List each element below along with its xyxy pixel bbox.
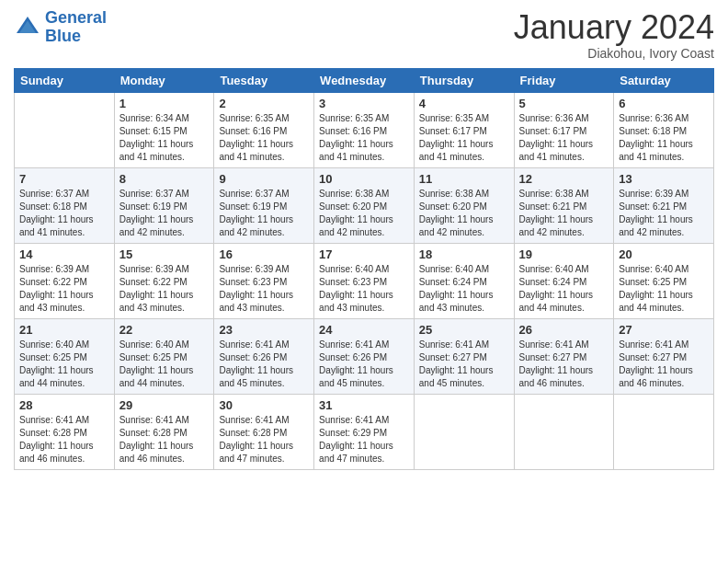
table-row: 17Sunrise: 6:40 AMSunset: 6:23 PMDayligh… <box>314 243 415 318</box>
table-row: 7Sunrise: 6:37 AMSunset: 6:18 PMDaylight… <box>15 167 115 243</box>
day-number: 23 <box>219 323 309 337</box>
col-thursday: Thursday <box>414 68 514 92</box>
table-row: 26Sunrise: 6:41 AMSunset: 6:27 PMDayligh… <box>514 318 614 394</box>
table-row: 27Sunrise: 6:41 AMSunset: 6:27 PMDayligh… <box>614 318 714 394</box>
day-number: 8 <box>119 172 210 186</box>
day-info: Sunrise: 6:35 AMSunset: 6:16 PMDaylight:… <box>219 112 309 164</box>
day-info: Sunrise: 6:39 AMSunset: 6:22 PMDaylight:… <box>119 263 210 315</box>
day-info: Sunrise: 6:41 AMSunset: 6:26 PMDaylight:… <box>319 339 409 390</box>
table-row: 4Sunrise: 6:35 AMSunset: 6:17 PMDaylight… <box>414 92 514 167</box>
day-number: 22 <box>119 323 210 337</box>
col-monday: Monday <box>114 68 214 92</box>
day-number: 24 <box>319 323 409 337</box>
table-row: 23Sunrise: 6:41 AMSunset: 6:26 PMDayligh… <box>214 318 314 394</box>
table-row: 14Sunrise: 6:39 AMSunset: 6:22 PMDayligh… <box>15 243 115 318</box>
table-row: 9Sunrise: 6:37 AMSunset: 6:19 PMDaylight… <box>214 167 314 243</box>
day-number: 10 <box>319 172 409 186</box>
logo: General Blue <box>14 9 107 46</box>
calendar-header: Sunday Monday Tuesday Wednesday Thursday… <box>15 68 714 92</box>
day-number: 27 <box>619 323 709 337</box>
page: General Blue January 2024 Diakohou, Ivor… <box>0 0 728 563</box>
table-row: 3Sunrise: 6:35 AMSunset: 6:16 PMDaylight… <box>314 92 415 167</box>
table-row: 10Sunrise: 6:38 AMSunset: 6:20 PMDayligh… <box>314 167 415 243</box>
logo-icon <box>14 14 41 41</box>
day-info: Sunrise: 6:38 AMSunset: 6:20 PMDaylight:… <box>419 188 509 239</box>
calendar-week-3: 21Sunrise: 6:40 AMSunset: 6:25 PMDayligh… <box>15 318 714 394</box>
table-row: 29Sunrise: 6:41 AMSunset: 6:28 PMDayligh… <box>114 394 214 469</box>
day-number: 30 <box>219 398 309 412</box>
day-number: 29 <box>119 398 210 412</box>
day-number: 18 <box>419 247 509 261</box>
table-row: 25Sunrise: 6:41 AMSunset: 6:27 PMDayligh… <box>414 318 514 394</box>
day-number: 11 <box>419 172 509 186</box>
day-info: Sunrise: 6:34 AMSunset: 6:15 PMDaylight:… <box>119 112 210 164</box>
day-number: 31 <box>319 398 409 412</box>
day-number: 25 <box>419 323 509 337</box>
calendar-body: 1Sunrise: 6:34 AMSunset: 6:15 PMDaylight… <box>15 92 714 469</box>
subtitle: Diakohou, Ivory Coast <box>514 46 714 61</box>
table-row: 20Sunrise: 6:40 AMSunset: 6:25 PMDayligh… <box>614 243 714 318</box>
table-row: 19Sunrise: 6:40 AMSunset: 6:24 PMDayligh… <box>514 243 614 318</box>
day-info: Sunrise: 6:41 AMSunset: 6:27 PMDaylight:… <box>419 339 509 390</box>
table-row: 22Sunrise: 6:40 AMSunset: 6:25 PMDayligh… <box>114 318 214 394</box>
day-info: Sunrise: 6:40 AMSunset: 6:24 PMDaylight:… <box>419 263 509 315</box>
day-info: Sunrise: 6:41 AMSunset: 6:28 PMDaylight:… <box>19 414 109 465</box>
table-row: 12Sunrise: 6:38 AMSunset: 6:21 PMDayligh… <box>514 167 614 243</box>
day-info: Sunrise: 6:40 AMSunset: 6:25 PMDaylight:… <box>19 339 109 390</box>
day-info: Sunrise: 6:40 AMSunset: 6:25 PMDaylight:… <box>119 339 210 390</box>
table-row: 6Sunrise: 6:36 AMSunset: 6:18 PMDaylight… <box>614 92 714 167</box>
table-row: 11Sunrise: 6:38 AMSunset: 6:20 PMDayligh… <box>414 167 514 243</box>
logo-line1: General <box>45 8 107 27</box>
day-number: 3 <box>319 97 409 110</box>
day-info: Sunrise: 6:35 AMSunset: 6:17 PMDaylight:… <box>419 112 509 164</box>
table-row: 13Sunrise: 6:39 AMSunset: 6:21 PMDayligh… <box>614 167 714 243</box>
day-number: 6 <box>619 97 709 110</box>
calendar-week-1: 7Sunrise: 6:37 AMSunset: 6:18 PMDaylight… <box>15 167 714 243</box>
day-number: 4 <box>419 97 509 110</box>
day-number: 14 <box>19 247 109 261</box>
header-row: Sunday Monday Tuesday Wednesday Thursday… <box>15 68 714 92</box>
calendar-week-0: 1Sunrise: 6:34 AMSunset: 6:15 PMDaylight… <box>15 92 714 167</box>
day-number: 7 <box>19 172 109 186</box>
day-info: Sunrise: 6:38 AMSunset: 6:20 PMDaylight:… <box>319 188 409 239</box>
day-number: 9 <box>219 172 309 186</box>
table-row: 18Sunrise: 6:40 AMSunset: 6:24 PMDayligh… <box>414 243 514 318</box>
table-row <box>15 92 115 167</box>
table-row: 21Sunrise: 6:40 AMSunset: 6:25 PMDayligh… <box>15 318 115 394</box>
day-info: Sunrise: 6:40 AMSunset: 6:24 PMDaylight:… <box>519 263 609 315</box>
table-row: 8Sunrise: 6:37 AMSunset: 6:19 PMDaylight… <box>114 167 214 243</box>
day-number: 17 <box>319 247 409 261</box>
day-number: 13 <box>619 172 709 186</box>
day-info: Sunrise: 6:38 AMSunset: 6:21 PMDaylight:… <box>519 188 609 239</box>
day-number: 2 <box>219 97 309 110</box>
table-row <box>414 394 514 469</box>
day-number: 20 <box>619 247 709 261</box>
table-row: 31Sunrise: 6:41 AMSunset: 6:29 PMDayligh… <box>314 394 415 469</box>
day-info: Sunrise: 6:40 AMSunset: 6:25 PMDaylight:… <box>619 263 709 315</box>
logo-line2: Blue <box>45 27 81 45</box>
month-title: January 2024 <box>514 9 714 46</box>
table-row <box>514 394 614 469</box>
day-info: Sunrise: 6:36 AMSunset: 6:18 PMDaylight:… <box>619 112 709 164</box>
day-info: Sunrise: 6:37 AMSunset: 6:19 PMDaylight:… <box>119 188 210 239</box>
day-number: 15 <box>119 247 210 261</box>
day-number: 19 <box>519 247 609 261</box>
day-info: Sunrise: 6:41 AMSunset: 6:28 PMDaylight:… <box>219 414 309 465</box>
day-info: Sunrise: 6:37 AMSunset: 6:18 PMDaylight:… <box>19 188 109 239</box>
day-info: Sunrise: 6:41 AMSunset: 6:27 PMDaylight:… <box>619 339 709 390</box>
calendar-table: Sunday Monday Tuesday Wednesday Thursday… <box>14 68 714 470</box>
day-info: Sunrise: 6:35 AMSunset: 6:16 PMDaylight:… <box>319 112 409 164</box>
col-wednesday: Wednesday <box>314 68 415 92</box>
day-number: 21 <box>19 323 109 337</box>
table-row: 1Sunrise: 6:34 AMSunset: 6:15 PMDaylight… <box>114 92 214 167</box>
day-info: Sunrise: 6:39 AMSunset: 6:22 PMDaylight:… <box>19 263 109 315</box>
title-block: January 2024 Diakohou, Ivory Coast <box>514 9 714 61</box>
day-number: 1 <box>119 97 210 110</box>
col-saturday: Saturday <box>614 68 714 92</box>
day-info: Sunrise: 6:39 AMSunset: 6:23 PMDaylight:… <box>219 263 309 315</box>
calendar-week-2: 14Sunrise: 6:39 AMSunset: 6:22 PMDayligh… <box>15 243 714 318</box>
col-sunday: Sunday <box>15 68 115 92</box>
day-number: 16 <box>219 247 309 261</box>
table-row <box>614 394 714 469</box>
col-friday: Friday <box>514 68 614 92</box>
